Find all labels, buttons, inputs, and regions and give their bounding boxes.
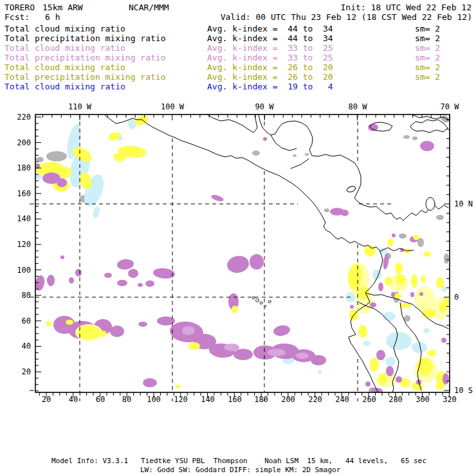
blob-Y bbox=[378, 374, 387, 385]
blob-G bbox=[444, 253, 449, 264]
blob-P bbox=[410, 292, 414, 297]
blob-Y bbox=[188, 342, 200, 350]
blob-Y bbox=[422, 309, 436, 318]
blob-C bbox=[363, 341, 370, 346]
blob-P bbox=[145, 280, 154, 287]
left-axis-label: 220 bbox=[17, 113, 31, 122]
blob-P bbox=[226, 254, 250, 275]
blob-Y bbox=[436, 277, 444, 289]
blob-P bbox=[441, 338, 446, 343]
bottom-axis-label: 220 bbox=[308, 395, 322, 404]
blob-P bbox=[210, 194, 224, 203]
blob-P bbox=[371, 388, 383, 394]
blob-P bbox=[368, 124, 378, 131]
blob-P bbox=[311, 355, 326, 365]
blob-Y bbox=[435, 383, 444, 390]
coastline-yucatan-caribbean bbox=[259, 114, 448, 221]
island-hispaniola bbox=[410, 120, 448, 133]
blob-P bbox=[75, 269, 82, 277]
blob-P bbox=[60, 255, 64, 259]
blob-G bbox=[436, 215, 444, 220]
bottom-axis-label: 80 bbox=[122, 395, 131, 404]
left-axis-label: 60 bbox=[22, 316, 31, 325]
left-axis-label: 80 bbox=[22, 291, 31, 300]
blob-P bbox=[250, 254, 264, 270]
left-axis-label: 100 bbox=[17, 266, 31, 275]
bottom-axis-label: 180 bbox=[254, 395, 268, 404]
blob-P bbox=[443, 373, 449, 385]
blob-Y bbox=[232, 306, 238, 313]
right-axis-label: 10 N bbox=[454, 199, 473, 208]
left-axis-label: 140 bbox=[17, 214, 31, 223]
model-info-line1: Model Info: V3.3.1 Tiedtke YSU PBL Thomp… bbox=[51, 456, 426, 466]
blob-Pl bbox=[268, 349, 286, 356]
blob-Y bbox=[77, 325, 100, 340]
top-axis-label: 90 W bbox=[255, 102, 275, 111]
bottom-axis-label: 160 bbox=[228, 395, 242, 404]
bottom-axis-label: 320 bbox=[443, 395, 457, 404]
blob-P bbox=[138, 283, 143, 287]
left-axis-label: 120 bbox=[17, 240, 31, 249]
blob-P bbox=[152, 268, 175, 280]
blob-Y bbox=[59, 167, 71, 178]
blob-Y bbox=[176, 385, 181, 389]
blob-P bbox=[138, 322, 147, 327]
border-central-america bbox=[271, 135, 297, 151]
blob-G bbox=[399, 233, 407, 239]
blob-P bbox=[110, 325, 124, 337]
left-axis-label: 180 bbox=[17, 163, 31, 172]
blob-G bbox=[305, 153, 309, 156]
blob-G bbox=[439, 114, 450, 124]
blob-G bbox=[324, 208, 329, 212]
blob-Y bbox=[46, 321, 52, 326]
mixing-ratio-blobs bbox=[34, 113, 451, 394]
blob-G bbox=[403, 135, 410, 139]
blob-P bbox=[386, 366, 394, 376]
blob-P bbox=[69, 277, 74, 284]
bottom-axis-label: 120 bbox=[174, 395, 188, 404]
blob-P bbox=[233, 349, 253, 360]
blob-G bbox=[293, 154, 297, 157]
blob-P bbox=[341, 210, 349, 216]
bottom-axis-label: 100 bbox=[147, 395, 161, 404]
blob-P bbox=[376, 350, 385, 360]
blob-P bbox=[419, 292, 423, 296]
blob-P bbox=[116, 259, 134, 270]
blob-Pl bbox=[182, 326, 195, 335]
bottom-axis-label: 40 bbox=[69, 395, 78, 404]
blob-C bbox=[383, 312, 396, 321]
left-axis-label: 160 bbox=[17, 189, 31, 198]
blob-P bbox=[47, 275, 55, 286]
blob-P bbox=[143, 378, 157, 387]
blob-Y bbox=[423, 252, 431, 257]
map-canvas: 110 W100 W90 W80 W70 W204060801001201401… bbox=[0, 0, 476, 425]
blob-P bbox=[420, 141, 434, 151]
blob-P bbox=[350, 305, 354, 309]
left-axis-label: 40 bbox=[22, 342, 31, 351]
blob-P bbox=[57, 178, 67, 187]
blob-C bbox=[423, 328, 430, 333]
blob-P bbox=[104, 273, 112, 278]
blob-C bbox=[318, 371, 322, 374]
blob-P bbox=[273, 324, 291, 337]
blob-P bbox=[378, 282, 383, 291]
top-axis-label: 70 W bbox=[441, 102, 460, 111]
top-axis-label: 110 W bbox=[68, 102, 92, 111]
blob-G bbox=[46, 151, 67, 161]
blob-Y bbox=[413, 235, 419, 240]
blob-C bbox=[386, 332, 412, 350]
blob-Y bbox=[411, 274, 417, 288]
bottom-axis-label: 240 bbox=[335, 395, 349, 404]
blob-Y bbox=[358, 325, 367, 338]
blob-Y bbox=[66, 320, 73, 325]
blob-Y bbox=[113, 152, 126, 161]
blob-P bbox=[263, 137, 267, 141]
right-axis-label: 10 S bbox=[454, 386, 473, 395]
blob-P bbox=[370, 302, 376, 307]
left-axis-label: 200 bbox=[17, 138, 31, 147]
border-guatemala bbox=[291, 159, 309, 169]
blob-C bbox=[385, 357, 396, 366]
blob-P bbox=[392, 233, 396, 237]
blob-P bbox=[128, 269, 138, 278]
bottom-axis-label: 20 bbox=[42, 395, 51, 404]
